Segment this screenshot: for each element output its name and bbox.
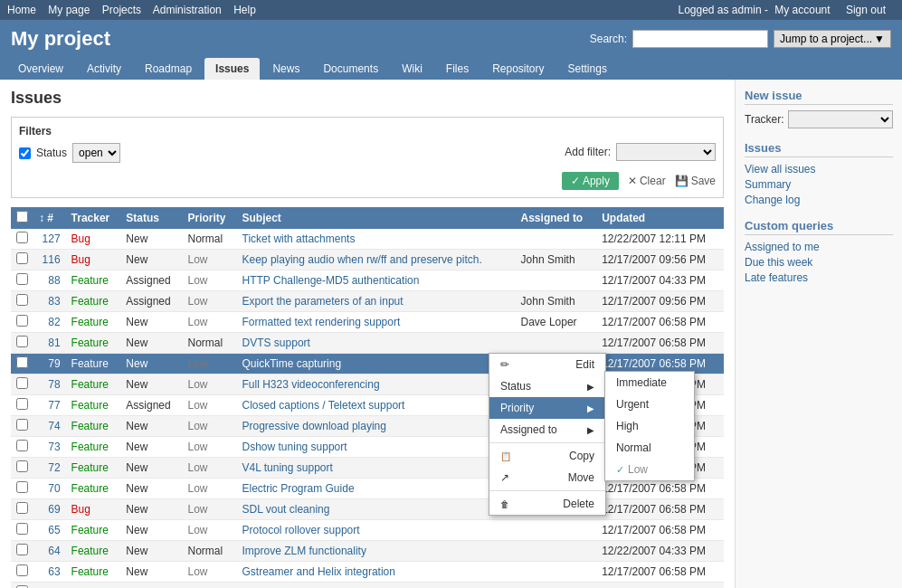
context-status[interactable]: Status ▶	[489, 375, 605, 397]
priority-immediate[interactable]: Immediate	[605, 372, 694, 394]
apply-button[interactable]: ✓ Apply	[562, 172, 619, 190]
col-updated[interactable]: Updated	[596, 207, 724, 229]
priority-normal[interactable]: Normal	[605, 437, 694, 459]
issue-subject-link[interactable]: Formatted text rendering support	[242, 316, 401, 328]
nav-projects[interactable]: Projects	[102, 4, 141, 16]
issue-subject-link[interactable]: Progressive download playing	[242, 420, 386, 432]
tab-wiki[interactable]: Wiki	[391, 58, 433, 80]
row-checkbox[interactable]	[16, 294, 28, 306]
row-checkbox[interactable]	[16, 523, 28, 535]
row-checkbox[interactable]	[16, 481, 28, 493]
select-all-checkbox[interactable]	[16, 211, 28, 223]
row-checkbox[interactable]	[16, 502, 28, 514]
change-log-link[interactable]: Change log	[745, 194, 893, 206]
col-priority[interactable]: Priority	[183, 207, 237, 229]
context-priority[interactable]: Priority ▶	[489, 397, 605, 419]
row-checkbox[interactable]	[16, 419, 28, 431]
row-checkbox[interactable]	[16, 377, 28, 389]
issue-id-link[interactable]: 83	[48, 295, 60, 308]
summary-link[interactable]: Summary	[745, 178, 893, 191]
priority-urgent[interactable]: Urgent	[605, 394, 694, 415]
issue-id-link[interactable]: 74	[48, 420, 60, 432]
tab-issues[interactable]: Issues	[204, 58, 260, 80]
row-checkbox[interactable]	[16, 252, 28, 264]
issue-id-link[interactable]: 81	[48, 337, 60, 349]
status-filter-select[interactable]: open	[72, 143, 120, 163]
issue-id-link[interactable]: 82	[48, 316, 60, 328]
context-copy[interactable]: 📋 Copy	[489, 445, 605, 467]
issue-subject-link[interactable]: SDL vout cleaning	[242, 503, 330, 516]
nav-mypage[interactable]: My page	[48, 4, 90, 16]
row-checkbox[interactable]	[16, 564, 28, 576]
sign-out-link[interactable]: Sign out	[846, 4, 886, 16]
issue-subject-link[interactable]: Ticket with attachments	[242, 232, 356, 245]
row-checkbox[interactable]	[16, 336, 28, 347]
tracker-select[interactable]	[788, 110, 893, 128]
issue-subject-link[interactable]: Full H323 videoconferencing	[242, 378, 380, 391]
tab-repository[interactable]: Repository	[481, 58, 555, 80]
issue-subject-link[interactable]: Electric Program Guide	[242, 482, 355, 495]
issue-subject-link[interactable]: Closed captions / Teletext support	[242, 399, 405, 412]
my-account-link[interactable]: My account	[774, 4, 830, 16]
row-checkbox[interactable]	[16, 544, 28, 555]
issue-subject-link[interactable]: Gstreamer and Helix integration	[242, 565, 395, 578]
tab-roadmap[interactable]: Roadmap	[134, 58, 203, 80]
row-checkbox[interactable]	[16, 460, 28, 472]
priority-low[interactable]: ✓ Low	[605, 459, 694, 480]
nav-help[interactable]: Help	[233, 4, 256, 16]
issue-id-link[interactable]: 127	[43, 232, 61, 245]
row-checkbox[interactable]	[16, 356, 28, 368]
col-tracker[interactable]: Tracker	[66, 207, 121, 229]
priority-high[interactable]: High	[605, 415, 694, 437]
clear-button[interactable]: ✕ Clear	[628, 175, 666, 187]
tab-overview[interactable]: Overview	[7, 58, 74, 80]
col-status[interactable]: Status	[120, 207, 182, 229]
row-checkbox[interactable]	[16, 232, 28, 243]
tab-files[interactable]: Files	[435, 58, 479, 80]
nav-administration[interactable]: Administration	[153, 4, 222, 16]
view-all-issues-link[interactable]: View all issues	[745, 163, 893, 175]
col-check[interactable]	[11, 207, 33, 229]
col-assigned[interactable]: Assigned to	[516, 207, 597, 229]
issue-subject-link[interactable]: Dshow tuning support	[242, 441, 347, 453]
issue-id-link[interactable]: 70	[48, 482, 60, 495]
tab-news[interactable]: News	[261, 58, 310, 80]
issue-id-link[interactable]: 77	[48, 399, 60, 412]
jump-to-project-button[interactable]: Jump to a project... ▼	[774, 30, 891, 48]
issue-id-link[interactable]: 88	[48, 274, 60, 287]
due-this-week-link[interactable]: Due this week	[745, 256, 893, 269]
issue-id-link[interactable]: 78	[48, 378, 60, 391]
row-checkbox[interactable]	[16, 440, 28, 451]
status-filter-checkbox[interactable]	[19, 147, 31, 159]
row-checkbox[interactable]	[16, 398, 28, 410]
issue-id-link[interactable]: 79	[48, 357, 60, 370]
context-assigned-to[interactable]: Assigned to ▶	[489, 419, 605, 441]
issue-subject-link[interactable]: HTTP Challenge-MD5 authentication	[242, 274, 420, 287]
tab-settings[interactable]: Settings	[557, 58, 618, 80]
save-button[interactable]: 💾 Save	[675, 175, 716, 187]
search-input[interactable]	[632, 30, 768, 48]
issue-subject-link[interactable]: QuickTime capturing	[242, 357, 342, 370]
issue-id-link[interactable]: 63	[48, 565, 60, 578]
issue-id-link[interactable]: 69	[48, 503, 60, 516]
late-features-link[interactable]: Late features	[745, 271, 893, 284]
issue-subject-link[interactable]: Protocol rollover support	[242, 524, 360, 536]
assigned-to-me-link[interactable]: Assigned to me	[745, 241, 893, 253]
row-checkbox[interactable]	[16, 273, 28, 285]
issue-subject-link[interactable]: Keep playing audio when rw/ff and preser…	[242, 253, 482, 266]
issue-id-link[interactable]: 72	[48, 461, 60, 474]
issue-id-link[interactable]: 73	[48, 441, 60, 453]
issue-subject-link[interactable]: Improve ZLM functionality	[242, 545, 366, 557]
tab-activity[interactable]: Activity	[76, 58, 132, 80]
tab-documents[interactable]: Documents	[312, 58, 389, 80]
row-checkbox[interactable]	[16, 315, 28, 327]
issue-id-link[interactable]: 64	[48, 545, 60, 557]
col-id[interactable]: ↕ #	[33, 207, 66, 229]
add-filter-select[interactable]	[616, 143, 716, 161]
context-delete[interactable]: 🗑 Delete	[489, 493, 605, 515]
issue-subject-link[interactable]: Export the parameters of an input	[242, 295, 404, 308]
col-subject[interactable]: Subject	[237, 207, 516, 229]
issue-subject-link[interactable]: V4L tuning support	[242, 461, 333, 474]
issue-subject-link[interactable]: DVTS support	[242, 337, 310, 349]
issue-id-link[interactable]: 65	[48, 524, 60, 536]
